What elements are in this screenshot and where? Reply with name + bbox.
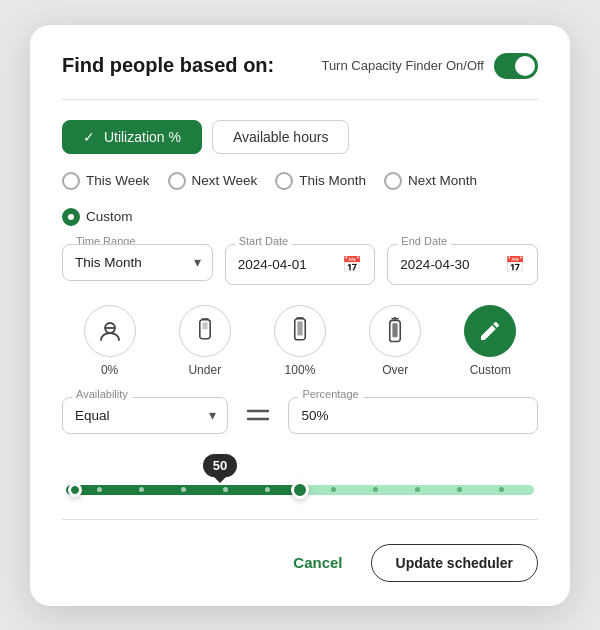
- radio-next-month[interactable]: Next Month: [384, 172, 477, 190]
- date-row: Time Range This Month This Week Next Wee…: [62, 244, 538, 285]
- slider-dot: [265, 487, 270, 492]
- radio-circle-next-month: [384, 172, 402, 190]
- slider-dot: [499, 487, 504, 492]
- capacity-toggle-container: Turn Capacity Finder On/Off: [321, 53, 538, 79]
- icon-circle-custom: [464, 305, 516, 357]
- calendar-icon-end: 📅: [505, 255, 525, 274]
- radio-row: This Week Next Week This Month Next Mont…: [62, 172, 538, 226]
- capacity-label: Turn Capacity Finder On/Off: [321, 58, 484, 73]
- tab-row: ✓ Utilization % Available hours: [62, 120, 538, 154]
- radio-circle-next-week: [168, 172, 186, 190]
- tab-utilization[interactable]: ✓ Utilization %: [62, 120, 202, 154]
- slider-dot: [223, 487, 228, 492]
- icon-label-over: Over: [382, 363, 408, 377]
- end-date-label: End Date: [397, 235, 451, 247]
- start-date-label: Start Date: [235, 235, 293, 247]
- icon-label-custom: Custom: [470, 363, 511, 377]
- start-date-input[interactable]: 2024-04-01 📅: [225, 244, 376, 285]
- update-scheduler-button[interactable]: Update scheduler: [371, 544, 538, 582]
- time-range-select-wrapper: This Month This Week Next Week Next Mont…: [62, 244, 213, 281]
- tab-available-hours[interactable]: Available hours: [212, 120, 349, 154]
- availability-row: Availability Equal Greater Than Less Tha…: [62, 397, 538, 434]
- radio-custom[interactable]: Custom: [62, 208, 133, 226]
- slider-track-container: [66, 485, 534, 495]
- start-date-group: Start Date 2024-04-01 📅: [225, 244, 376, 285]
- radio-circle-custom: [62, 208, 80, 226]
- slider-dot: [331, 487, 336, 492]
- icon-label-hundred: 100%: [285, 363, 316, 377]
- page-title: Find people based on:: [62, 54, 274, 77]
- equals-icon: [240, 397, 276, 433]
- percentage-input[interactable]: [288, 397, 538, 434]
- end-date-input[interactable]: 2024-04-30 📅: [387, 244, 538, 285]
- capacity-toggle[interactable]: [494, 53, 538, 79]
- filter-icons-row: 0% Under 100%: [62, 305, 538, 377]
- slider-dot: [181, 487, 186, 492]
- icon-label-under: Under: [188, 363, 221, 377]
- svg-rect-9: [393, 323, 398, 337]
- availability-label: Availability: [72, 388, 132, 400]
- footer-row: Cancel Update scheduler: [62, 540, 538, 582]
- slider-value-bubble: 50: [203, 454, 237, 477]
- icon-over[interactable]: Over: [369, 305, 421, 377]
- slider-section: 50: [62, 454, 538, 495]
- slider-dot: [415, 487, 420, 492]
- header-divider: [62, 99, 538, 100]
- radio-this-month[interactable]: This Month: [275, 172, 366, 190]
- radio-next-week[interactable]: Next Week: [168, 172, 258, 190]
- radio-this-week[interactable]: This Week: [62, 172, 150, 190]
- slider-dot: [97, 487, 102, 492]
- icon-under[interactable]: Under: [179, 305, 231, 377]
- cancel-button[interactable]: Cancel: [281, 546, 354, 579]
- slider-dot: [457, 487, 462, 492]
- modal-header: Find people based on: Turn Capacity Find…: [62, 53, 538, 79]
- icon-circle-hundred: [274, 305, 326, 357]
- icon-circle-under: [179, 305, 231, 357]
- footer-divider: [62, 519, 538, 520]
- calendar-icon-start: 📅: [342, 255, 362, 274]
- icon-hundred-percent[interactable]: 100%: [274, 305, 326, 377]
- percentage-group: Percentage: [288, 397, 538, 434]
- slider-dot: [139, 487, 144, 492]
- svg-rect-6: [297, 321, 302, 335]
- time-range-group: Time Range This Month This Week Next Wee…: [62, 244, 213, 285]
- modal-container: Find people based on: Turn Capacity Find…: [30, 25, 570, 606]
- icon-circle-zero: [84, 305, 136, 357]
- slider-track[interactable]: [66, 485, 534, 495]
- svg-rect-3: [202, 322, 207, 329]
- icon-custom[interactable]: Custom: [464, 305, 516, 377]
- radio-circle-this-month: [275, 172, 293, 190]
- availability-select[interactable]: Equal Greater Than Less Than: [62, 397, 228, 434]
- check-icon: ✓: [83, 129, 95, 145]
- end-date-group: End Date 2024-04-30 📅: [387, 244, 538, 285]
- icon-circle-over: [369, 305, 421, 357]
- time-range-select[interactable]: This Month This Week Next Week Next Mont…: [62, 244, 213, 281]
- availability-group: Availability Equal Greater Than Less Tha…: [62, 397, 228, 434]
- icon-label-zero: 0%: [101, 363, 118, 377]
- radio-circle-this-week: [62, 172, 80, 190]
- slider-dot: [373, 487, 378, 492]
- slider-handle[interactable]: [291, 481, 309, 499]
- percentage-label: Percentage: [298, 388, 362, 400]
- icon-zero-percent[interactable]: 0%: [84, 305, 136, 377]
- slider-tooltip: 50: [62, 454, 538, 477]
